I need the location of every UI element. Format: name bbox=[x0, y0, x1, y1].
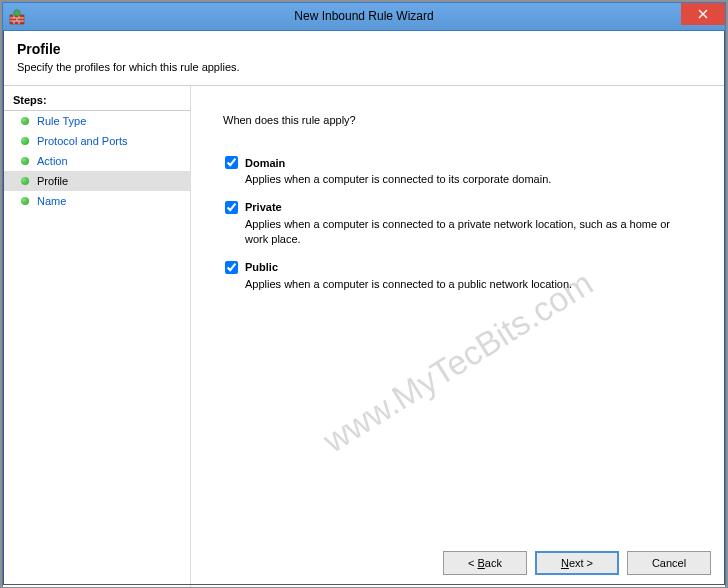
option-public-label: Public bbox=[245, 261, 278, 273]
page-subtitle: Specify the profiles for which this rule… bbox=[17, 61, 711, 79]
step-label: Rule Type bbox=[37, 115, 86, 127]
close-icon bbox=[698, 9, 708, 19]
option-private-row[interactable]: Private bbox=[225, 201, 697, 214]
titlebar: New Inbound Rule Wizard bbox=[3, 3, 725, 31]
option-private: Private Applies when a computer is conne… bbox=[223, 201, 697, 247]
option-domain-desc: Applies when a computer is connected to … bbox=[225, 172, 685, 187]
option-domain-label: Domain bbox=[245, 157, 285, 169]
back-rest: ack bbox=[485, 557, 502, 569]
window-icon bbox=[3, 9, 31, 25]
step-rule-type[interactable]: Rule Type bbox=[3, 111, 190, 131]
header-area: Profile Specify the profiles for which t… bbox=[3, 31, 725, 86]
question-text: When does this rule apply? bbox=[223, 114, 697, 126]
option-public: Public Applies when a computer is connec… bbox=[223, 261, 697, 292]
cancel-button[interactable]: Cancel bbox=[627, 551, 711, 575]
back-underline: B bbox=[478, 557, 485, 569]
step-profile[interactable]: Profile bbox=[3, 171, 190, 191]
checkbox-public[interactable] bbox=[225, 261, 238, 274]
checkbox-private[interactable] bbox=[225, 201, 238, 214]
window-title: New Inbound Rule Wizard bbox=[294, 9, 433, 23]
firewall-icon bbox=[9, 9, 25, 25]
option-domain-row[interactable]: Domain bbox=[225, 156, 697, 169]
step-action[interactable]: Action bbox=[3, 151, 190, 171]
steps-label: Steps: bbox=[3, 92, 190, 111]
page-heading: Profile bbox=[17, 41, 711, 57]
next-underline: N bbox=[561, 557, 569, 569]
next-button[interactable]: Next > bbox=[535, 551, 619, 575]
step-label: Name bbox=[37, 195, 66, 207]
checkbox-domain[interactable] bbox=[225, 156, 238, 169]
back-button[interactable]: < Back bbox=[443, 551, 527, 575]
wizard-window: New Inbound Rule Wizard Profile Specify … bbox=[2, 2, 726, 586]
bullet-icon bbox=[21, 117, 29, 125]
next-rest: ext > bbox=[569, 557, 593, 569]
step-name[interactable]: Name bbox=[3, 191, 190, 211]
svg-point-9 bbox=[14, 9, 20, 15]
step-label: Action bbox=[37, 155, 68, 167]
option-domain: Domain Applies when a computer is connec… bbox=[223, 156, 697, 187]
option-public-row[interactable]: Public bbox=[225, 261, 697, 274]
step-label: Profile bbox=[37, 175, 68, 187]
watermark: www.MyTecBits.com bbox=[316, 263, 599, 460]
bullet-icon bbox=[21, 157, 29, 165]
back-prefix: < bbox=[468, 557, 477, 569]
option-public-desc: Applies when a computer is connected to … bbox=[225, 277, 685, 292]
step-label: Protocol and Ports bbox=[37, 135, 128, 147]
button-row: < Back Next > Cancel bbox=[443, 551, 711, 575]
close-button[interactable] bbox=[681, 3, 725, 25]
option-private-label: Private bbox=[245, 201, 282, 213]
bullet-icon bbox=[21, 177, 29, 185]
step-protocol-and-ports[interactable]: Protocol and Ports bbox=[3, 131, 190, 151]
body-area: Steps: Rule Type Protocol and Ports Acti… bbox=[3, 86, 725, 587]
option-private-desc: Applies when a computer is connected to … bbox=[225, 217, 685, 247]
content-panel: When does this rule apply? Domain Applie… bbox=[191, 86, 725, 587]
bullet-icon bbox=[21, 197, 29, 205]
bullet-icon bbox=[21, 137, 29, 145]
steps-panel: Steps: Rule Type Protocol and Ports Acti… bbox=[3, 86, 191, 587]
